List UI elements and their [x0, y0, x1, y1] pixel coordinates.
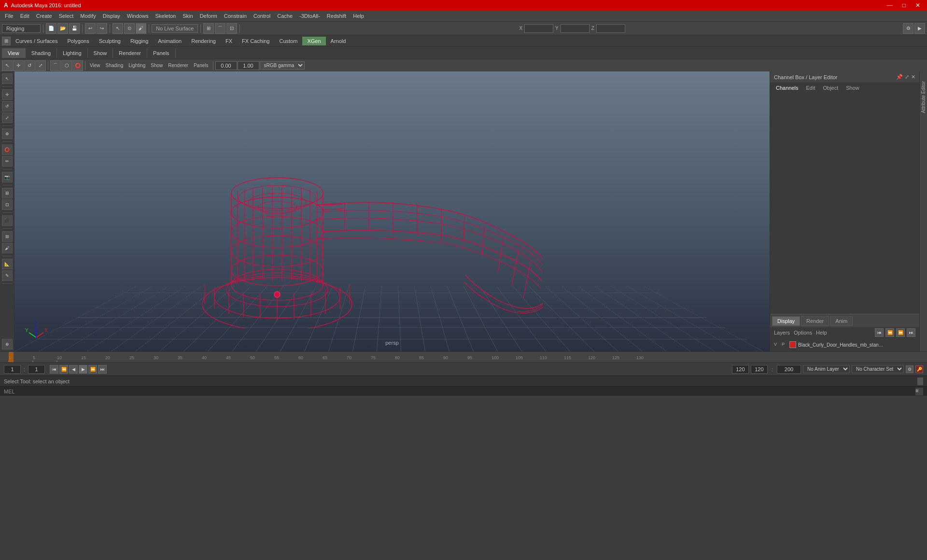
- layer-step-back[interactable]: ⏪: [885, 328, 894, 337]
- menu-item-display[interactable]: Display: [100, 12, 123, 20]
- dtab-render[interactable]: Render: [801, 316, 829, 326]
- paint-tool-btn[interactable]: 🖌: [136, 23, 146, 34]
- play-back-btn[interactable]: ◀: [69, 365, 78, 374]
- vp-show-menu[interactable]: Show: [148, 62, 165, 69]
- menu-item-deform[interactable]: Deform: [197, 12, 220, 20]
- save-file-btn[interactable]: 💾: [69, 23, 80, 34]
- tool-scale[interactable]: ⤢: [35, 60, 46, 71]
- layer-skip-back[interactable]: ⏮: [875, 328, 884, 337]
- coord-y-field[interactable]: [561, 24, 590, 33]
- anim-layer-select[interactable]: No Anim Layer: [803, 365, 850, 373]
- skip-to-start-btn[interactable]: ⏮: [50, 365, 58, 374]
- tool-mesh[interactable]: ⬡: [61, 60, 72, 71]
- module-item-rigging[interactable]: Rigging: [126, 37, 153, 45]
- maximize-button[interactable]: □: [899, 2, 909, 9]
- select-tool-btn[interactable]: ↖: [112, 23, 123, 34]
- lt-move[interactable]: ✛: [2, 89, 13, 100]
- menu-item-edit[interactable]: Edit: [17, 12, 32, 20]
- lt-render-region[interactable]: ⬛: [2, 215, 13, 226]
- lt-measure[interactable]: 📐: [2, 259, 13, 269]
- module-item-arnold[interactable]: Arnold: [326, 37, 351, 45]
- viewport[interactable]: persp X Y Z: [14, 71, 770, 351]
- anim-end-field[interactable]: [751, 365, 768, 374]
- attr-editor-label[interactable]: Attribute Editor: [921, 81, 926, 113]
- tool-rotate[interactable]: ↺: [24, 60, 35, 71]
- menu-item-3dtoall[interactable]: -3DtoAll-: [296, 12, 323, 20]
- menu-item-constrain[interactable]: Constrain: [221, 12, 250, 20]
- lt-snap[interactable]: ⊡: [2, 199, 13, 210]
- cb-expand-btn[interactable]: ⤢: [905, 74, 909, 80]
- float-field-2[interactable]: [238, 61, 259, 70]
- tab-panels[interactable]: Panels: [147, 48, 176, 58]
- vp-shading-menu[interactable]: Shading: [103, 62, 126, 69]
- menu-item-control[interactable]: Control: [251, 12, 273, 20]
- gamma-select[interactable]: sRGB gamma: [260, 61, 305, 70]
- menu-item-redshift[interactable]: Redshift: [324, 12, 349, 20]
- coord-x-field[interactable]: [524, 24, 553, 33]
- cb-close-btn[interactable]: ✕: [911, 74, 915, 80]
- lt-soft[interactable]: ⭕: [2, 144, 13, 155]
- layer-visibility-toggle[interactable]: V: [774, 342, 780, 348]
- lt-rotate[interactable]: ↺: [2, 101, 13, 112]
- playback-speed-field[interactable]: [777, 365, 801, 374]
- dtab-display[interactable]: Display: [772, 316, 800, 326]
- cb-tab-show[interactable]: Show: [842, 84, 863, 92]
- char-set-btn[interactable]: ⚙: [906, 365, 913, 373]
- workspace-selector[interactable]: Rigging: [2, 24, 41, 33]
- range-start-field[interactable]: [28, 365, 45, 374]
- menu-item-file[interactable]: File: [2, 12, 16, 20]
- mel-options-btn[interactable]: ≡: [915, 388, 923, 395]
- char-set-select[interactable]: No Character Set: [852, 365, 904, 373]
- cb-tab-channels[interactable]: Channels: [772, 84, 802, 92]
- dstab-layers[interactable]: Layers: [774, 330, 790, 336]
- cb-tab-edit[interactable]: Edit: [802, 84, 819, 92]
- new-file-btn[interactable]: 📄: [46, 23, 56, 34]
- cb-pin-btn[interactable]: 📌: [896, 74, 903, 80]
- module-item-fxcaching[interactable]: FX Caching: [237, 37, 274, 45]
- module-item-xgen[interactable]: XGen: [302, 37, 325, 45]
- vp-renderer-menu[interactable]: Renderer: [166, 62, 191, 69]
- menu-item-create[interactable]: Create: [33, 12, 55, 20]
- menu-item-skeleton[interactable]: Skeleton: [152, 12, 179, 20]
- lt-sculpt[interactable]: ✏: [2, 156, 13, 167]
- dstab-help[interactable]: Help: [816, 330, 827, 336]
- module-item-custom[interactable]: Custom: [275, 37, 303, 45]
- layer-playback-toggle[interactable]: P: [782, 342, 787, 348]
- layer-skip-fwd[interactable]: ⏭: [907, 328, 915, 337]
- tool-select[interactable]: ↖: [2, 60, 13, 71]
- tab-renderer[interactable]: Renderer: [113, 48, 147, 58]
- range-end-field[interactable]: [732, 365, 749, 374]
- module-item-fx[interactable]: FX: [221, 37, 237, 45]
- play-fwd-btn[interactable]: ▶: [79, 365, 87, 374]
- menu-item-windows[interactable]: Windows: [124, 12, 152, 20]
- menu-item-modify[interactable]: Modify: [77, 12, 98, 20]
- tool-move[interactable]: ✛: [13, 60, 24, 71]
- undo-btn[interactable]: ↩: [85, 23, 96, 34]
- module-item-curvessurfaces[interactable]: Curves / Surfaces: [11, 37, 62, 45]
- tool-nurbs[interactable]: ⭕: [72, 60, 83, 71]
- skip-to-end-btn[interactable]: ⏭: [98, 365, 107, 374]
- menu-item-select[interactable]: Select: [56, 12, 77, 20]
- lt-universal[interactable]: ⊕: [2, 128, 13, 139]
- minimize-button[interactable]: —: [884, 2, 896, 9]
- module-item-sculpting[interactable]: Sculpting: [94, 37, 126, 45]
- module-item-animation[interactable]: Animation: [153, 37, 186, 45]
- menu-item-help[interactable]: Help: [350, 12, 367, 20]
- frame-current-field[interactable]: [4, 365, 21, 374]
- tab-view[interactable]: View: [2, 48, 26, 58]
- tab-show[interactable]: Show: [88, 48, 113, 58]
- coord-z-field[interactable]: [596, 24, 625, 33]
- lt-camera[interactable]: 📷: [2, 172, 13, 182]
- lasso-tool-btn[interactable]: ⊙: [124, 23, 135, 34]
- render-btn[interactable]: ▶: [914, 23, 925, 34]
- close-button[interactable]: ✕: [913, 2, 923, 9]
- redo-btn[interactable]: ↪: [97, 23, 107, 34]
- tab-shading[interactable]: Shading: [26, 48, 57, 58]
- lt-show-manip[interactable]: ⊞: [2, 188, 13, 198]
- lt-crease[interactable]: ⊞: [2, 231, 13, 242]
- attribute-editor-tab[interactable]: Attribute Editor: [919, 71, 927, 351]
- status-resize-handle[interactable]: [917, 378, 923, 385]
- vp-panels-menu[interactable]: Panels: [191, 62, 211, 69]
- menu-item-cache[interactable]: Cache: [274, 12, 295, 20]
- lt-select[interactable]: ↖: [2, 73, 13, 84]
